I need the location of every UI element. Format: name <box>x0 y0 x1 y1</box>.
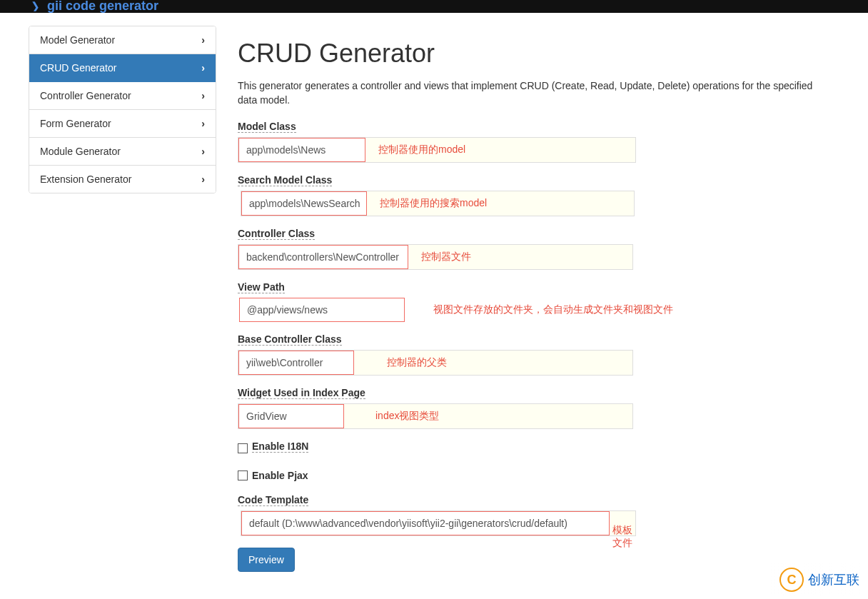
input-model-class[interactable]: app\models\News <box>238 138 365 162</box>
sidebar-item-label: CRUD Generator <box>40 62 116 74</box>
preview-button[interactable]: Preview <box>238 548 295 572</box>
field-wrap: GridView index视图类型 <box>238 403 633 429</box>
label-enable-i18n: Enable I18N <box>252 441 308 453</box>
chevron-right-icon: › <box>201 146 205 157</box>
sidebar-item-label: Form Generator <box>40 118 111 129</box>
chevron-right-icon: › <box>201 62 205 74</box>
field-wrap: backend\controllers\NewController 控制器文件 <box>238 244 633 270</box>
field-row: @app/views/news 视图文件存放的文件夹，会自动生成文件夹和视图文件 <box>238 298 823 322</box>
sidebar-item-controller-generator[interactable]: Controller Generator › <box>29 82 216 110</box>
input-base-controller-class[interactable]: yii\web\Controller <box>238 351 354 375</box>
field-enable-i18n: Enable I18N <box>238 441 823 457</box>
input-search-model-class[interactable]: app\models\NewsSearch <box>241 191 367 216</box>
chevron-right-icon: › <box>201 118 205 129</box>
checkbox-enable-i18n[interactable] <box>238 443 248 453</box>
field-enable-pjax: Enable Pjax <box>238 470 823 481</box>
gii-logo-icon <box>30 0 44 14</box>
chevron-right-icon: › <box>201 173 205 185</box>
label-code-template: Code Template <box>238 494 308 506</box>
watermark-icon: C <box>779 568 804 592</box>
input-view-path[interactable]: @app/views/news <box>239 298 405 322</box>
field-controller-class: Controller Class backend\controllers\New… <box>238 228 823 270</box>
sidebar-item-crud-generator[interactable]: CRUD Generator › <box>29 54 216 82</box>
note-search-model-class: 控制器使用的搜索model <box>380 197 487 210</box>
note-controller-class: 控制器文件 <box>421 251 471 263</box>
main-container: Model Generator › CRUD Generator › Contr… <box>0 13 868 599</box>
generator-list: Model Generator › CRUD Generator › Contr… <box>29 26 216 193</box>
page-title: CRUD Generator <box>238 39 823 69</box>
sidebar: Model Generator › CRUD Generator › Contr… <box>29 26 216 572</box>
sidebar-item-extension-generator[interactable]: Extension Generator › <box>29 166 216 193</box>
label-model-class: Model Class <box>238 121 296 133</box>
watermark-text: 创新互联 <box>808 571 859 588</box>
field-code-template: Code Template default (D:\www\advanced\v… <box>238 494 823 536</box>
note-base-controller-class: 控制器的父类 <box>387 356 447 369</box>
sidebar-item-label: Extension Generator <box>40 173 131 185</box>
input-controller-class[interactable]: backend\controllers\NewController <box>238 245 408 269</box>
chevron-right-icon: › <box>201 90 205 101</box>
checkbox-enable-pjax[interactable] <box>238 470 248 480</box>
field-base-controller-class: Base Controller Class yii\web\Controller… <box>238 333 823 376</box>
sidebar-item-module-generator[interactable]: Module Generator › <box>29 138 216 166</box>
field-wrap: app\models\NewsSearch 控制器使用的搜索model <box>241 191 635 216</box>
field-widget: Widget Used in Index Page GridView index… <box>238 387 823 429</box>
brand-text: gii code generator <box>47 0 158 14</box>
page-description: This generator generates a controller an… <box>238 79 823 108</box>
label-search-model-class: Search Model Class <box>238 174 332 186</box>
label-controller-class: Controller Class <box>238 228 315 240</box>
field-wrap: default (D:\www\advanced\vendor\yiisoft\… <box>241 510 636 536</box>
chevron-right-icon: › <box>201 34 205 46</box>
sidebar-item-label: Model Generator <box>40 34 115 46</box>
label-base-controller-class: Base Controller Class <box>238 333 342 346</box>
label-enable-pjax: Enable Pjax <box>252 470 308 481</box>
field-wrap: yii\web\Controller 控制器的父类 <box>238 350 633 376</box>
field-model-class: Model Class app\models\News 控制器使用的model <box>238 121 823 163</box>
note-model-class: 控制器使用的model <box>378 144 465 156</box>
brand-logo: gii code generator <box>30 0 158 14</box>
sidebar-item-label: Controller Generator <box>40 90 131 101</box>
note-widget: index视图类型 <box>375 410 439 423</box>
sidebar-item-label: Module Generator <box>40 146 121 157</box>
field-view-path: View Path @app/views/news 视图文件存放的文件夹，会自动… <box>238 281 823 322</box>
select-code-template[interactable]: default (D:\www\advanced\vendor\yiisoft\… <box>241 511 610 535</box>
select-widget[interactable]: GridView <box>238 404 344 428</box>
note-code-template: 模板文件 <box>612 524 635 550</box>
main-content: CRUD Generator This generator generates … <box>238 26 823 572</box>
label-view-path: View Path <box>238 281 285 293</box>
sidebar-item-form-generator[interactable]: Form Generator › <box>29 110 216 138</box>
sidebar-item-model-generator[interactable]: Model Generator › <box>29 26 216 54</box>
note-view-path: 视图文件存放的文件夹，会自动生成文件夹和视图文件 <box>433 303 673 316</box>
watermark: C 创新互联 <box>771 563 868 596</box>
field-search-model-class: Search Model Class app\models\NewsSearch… <box>238 174 823 216</box>
field-wrap: app\models\News 控制器使用的model <box>238 137 636 163</box>
label-widget: Widget Used in Index Page <box>238 387 365 399</box>
